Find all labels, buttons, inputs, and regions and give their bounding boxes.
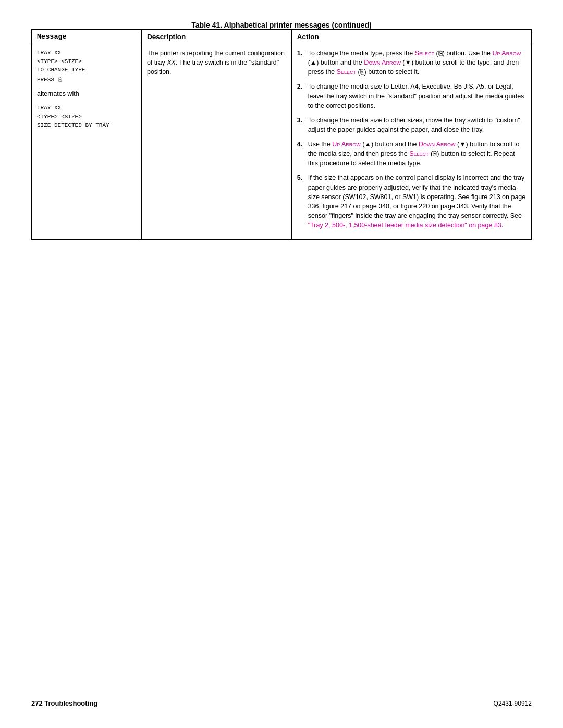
action-item-5: 5. If the size that appears on the contr… — [297, 173, 526, 230]
alternates-text: alternates with — [37, 89, 136, 98]
message-lines: TRAY XX <TYPE> <SIZE> TO CHANGE TYPE PRE… — [37, 48, 136, 84]
main-table: Message Description Action TRAY XX <TYPE… — [31, 29, 532, 240]
header-action: Action — [291, 30, 531, 44]
select-label-4: Select — [409, 150, 429, 157]
action-text-2: To change the media size to Letter, A4, … — [308, 82, 526, 110]
action-text-5: If the size that appears on the control … — [308, 173, 526, 230]
message-lines-2: TRAY XX <TYPE> <SIZE> SIZE DETECTED BY T… — [37, 104, 136, 130]
down-arrow-label-4: Down Arrow — [419, 141, 456, 148]
header-description: Description — [141, 30, 291, 44]
description-cell: The printer is reporting the current con… — [141, 44, 291, 240]
action-text-1: To change the media type, press the Sele… — [308, 48, 526, 77]
down-arrow-label-1: Down Arrow — [364, 59, 401, 66]
action-item-4: 4. Use the Up Arrow (▲) button and the D… — [297, 140, 526, 168]
up-arrow-label-1: Up Arrow — [493, 50, 521, 57]
footer: 272 Troubleshooting Q2431-90912 — [31, 689, 532, 707]
select-label-1: Select — [415, 50, 434, 57]
action-num-1: 1. — [297, 48, 305, 77]
action-text-4: Use the Up Arrow (▲) button and the Down… — [308, 140, 526, 168]
action-num-2: 2. — [297, 82, 305, 110]
action-text-3: To change the media size to other sizes,… — [308, 116, 526, 134]
action-item-3: 3. To change the media size to other siz… — [297, 116, 526, 134]
action-cell: 1. To change the media type, press the S… — [291, 44, 531, 240]
action-num-4: 4. — [297, 140, 305, 168]
link-tray2[interactable]: "Tray 2, 500-, 1,500-sheet feeder media … — [308, 221, 501, 229]
action-num-3: 3. — [297, 116, 305, 134]
select-label-1b: Select — [337, 68, 356, 76]
action-item-1: 1. To change the media type, press the S… — [297, 48, 526, 77]
action-num-5: 5. — [297, 173, 305, 230]
footer-left: 272 Troubleshooting — [31, 699, 97, 707]
page-container: Table 41. Alphabetical printer messages … — [31, 21, 532, 707]
footer-right: Q2431-90912 — [494, 700, 532, 707]
action-item-2: 2. To change the media size to Letter, A… — [297, 82, 526, 110]
table-title: Table 41. Alphabetical printer messages … — [31, 21, 532, 29]
up-arrow-label-4: Up Arrow — [332, 141, 361, 148]
message-cell: TRAY XX <TYPE> <SIZE> TO CHANGE TYPE PRE… — [32, 44, 142, 240]
description-text: The printer is reporting the current con… — [147, 50, 285, 76]
header-message: Message — [32, 30, 142, 44]
